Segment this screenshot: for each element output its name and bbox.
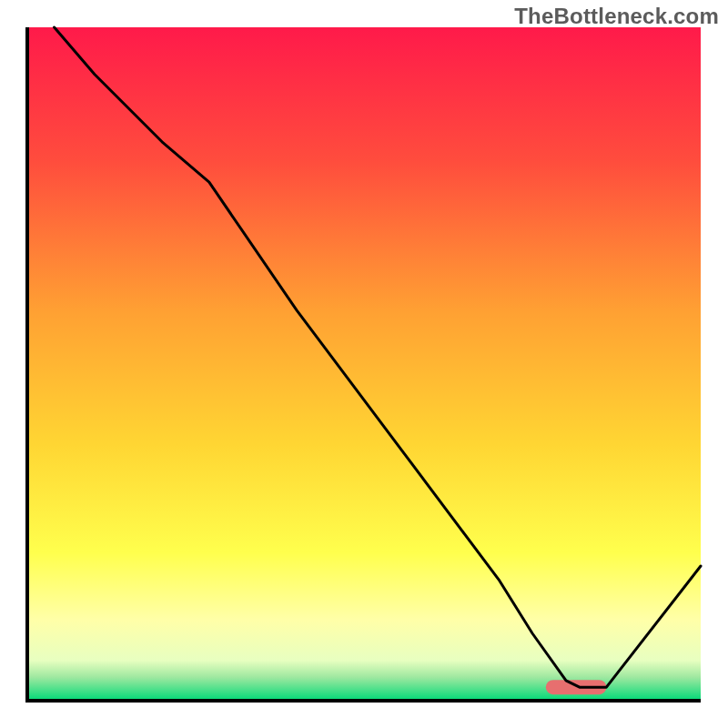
watermark-text: TheBottleneck.com <box>514 4 719 29</box>
plot-background <box>27 27 701 701</box>
chart-container: TheBottleneck.com <box>0 0 728 728</box>
bottleneck-chart <box>0 0 728 728</box>
